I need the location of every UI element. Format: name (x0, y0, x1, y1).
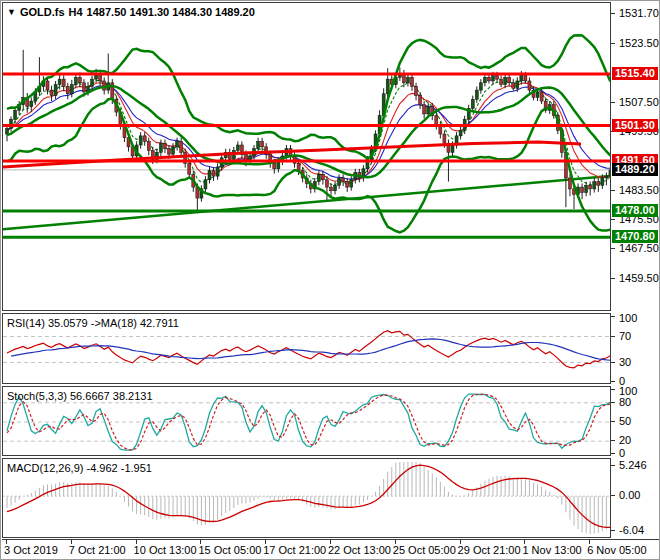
candle-up (338, 178, 341, 185)
candle-up (427, 107, 430, 114)
candle-down (524, 75, 527, 80)
candle-down (512, 83, 515, 88)
price-tick-label: 1467.50 (619, 242, 659, 254)
candle-down (82, 83, 85, 92)
stoch-tick-mark (611, 389, 615, 390)
price-tick-mark (611, 219, 615, 220)
candle-up (471, 99, 474, 108)
candle-down (261, 141, 264, 146)
price-badge-1470.80: 1470.80 (612, 230, 658, 243)
macd-tick-mark (611, 495, 615, 496)
rsi-tick-mark (611, 316, 615, 317)
candle-down (321, 174, 324, 179)
candle-up (317, 174, 320, 181)
rsi-canvas[interactable] (3, 314, 610, 383)
main-price-chart[interactable]: ▼ GOLD.fs H4 1487.50 1491.30 1484.30 148… (2, 2, 611, 311)
price-tick-label: 1523.50 (619, 37, 659, 49)
candle-up (350, 180, 353, 187)
candle-up (609, 170, 610, 176)
candle-up (176, 141, 179, 146)
stochastic-canvas[interactable] (3, 387, 610, 455)
candle-up (74, 77, 77, 84)
time-label: 10 Oct 13:00 (134, 544, 197, 556)
time-axis[interactable]: 3 Oct 20197 Oct 21:0010 Oct 13:0015 Oct … (2, 539, 660, 560)
candle-up (601, 178, 604, 185)
candle-down (435, 116, 438, 125)
candle-down (581, 187, 584, 192)
price-axis[interactable]: 1531.701523.501507.501499.501483.501475.… (611, 2, 660, 311)
macd-tick-mark (611, 530, 615, 531)
time-label: 1 Nov 13:00 (522, 544, 581, 556)
symbol-dropdown-icon[interactable]: ▼ (7, 7, 16, 17)
candle-up (54, 85, 57, 96)
candle-up (451, 145, 454, 152)
rsi-axis[interactable]: 10070300 (611, 313, 660, 384)
candle-down (143, 136, 146, 141)
ohlc-readout: 1487.50 1491.30 1484.30 1489.20 (87, 6, 255, 18)
candle-down (415, 86, 418, 95)
price-badge-1478.00: 1478.00 (612, 204, 658, 217)
bollinger-middle-band (7, 86, 610, 177)
price-tick-mark (611, 248, 615, 249)
symbol-label: GOLD.fs (20, 6, 65, 18)
candle-up (216, 167, 219, 176)
rsi-tick-mark (611, 362, 615, 363)
candle-up (593, 182, 596, 189)
price-tick-label: 1483.50 (619, 184, 659, 196)
macd-tick-label: 0.00 (619, 489, 640, 501)
candle-down (423, 105, 426, 114)
candle-up (520, 75, 523, 80)
price-tick-mark (611, 190, 615, 191)
candle-up (159, 143, 162, 152)
stoch-tick-label: 80 (619, 396, 631, 408)
stoch-tick-label: 50 (619, 415, 631, 427)
stochastic-axis[interactable]: 1008050200 (611, 386, 660, 456)
candle-down (147, 141, 150, 150)
candle-up (475, 90, 478, 99)
time-label: 3 Oct 2019 (4, 544, 58, 556)
stoch-tick-mark (611, 421, 615, 422)
rsi-tick-mark (611, 336, 615, 337)
candle-down (46, 81, 49, 90)
price-badge-1501.30: 1501.30 (612, 119, 658, 132)
stoch-tick-mark (611, 453, 615, 454)
price-tick-label: 1507.50 (619, 96, 659, 108)
time-label: 29 Oct 21:00 (458, 544, 521, 556)
candle-up (406, 77, 409, 82)
candle-down (528, 81, 531, 90)
candle-up (536, 92, 539, 97)
candle-down (180, 141, 183, 152)
price-tick-mark (611, 278, 615, 279)
candle-up (30, 101, 33, 106)
candle-up (334, 185, 337, 190)
candle-up (492, 75, 495, 80)
timeframe-label: H4 (69, 6, 83, 18)
candle-down (419, 96, 422, 105)
candle-down (212, 171, 215, 176)
stoch-tick-mark (611, 440, 615, 441)
candle-down (342, 178, 345, 182)
candle-down (103, 81, 106, 90)
candle-up (10, 119, 13, 128)
candle-down (411, 77, 414, 86)
candle-down (568, 178, 571, 189)
candle-up (585, 185, 588, 192)
chart-title-row: ▼ GOLD.fs H4 1487.50 1491.30 1484.30 148… (7, 6, 255, 18)
candle-up (479, 83, 482, 90)
price-chart-canvas[interactable] (3, 3, 610, 310)
candle-up (504, 77, 507, 84)
candle-down (508, 77, 511, 82)
ema-9-line (7, 83, 610, 182)
candle-up (386, 79, 389, 94)
price-tick-mark (611, 13, 615, 14)
candle-down (443, 134, 446, 143)
macd-axis[interactable]: 5.2460.00-6.04 (611, 458, 660, 538)
macd-canvas[interactable] (3, 459, 610, 537)
price-tick-mark (611, 102, 615, 103)
candle-up (208, 171, 211, 180)
stochastic-panel[interactable]: Stoch(5,3,3) 56.6667 38.2131 (2, 386, 611, 456)
macd-panel[interactable]: MACD(12,26,9) -4.962 -1.951 (2, 458, 611, 538)
rsi-panel[interactable]: RSI(14) 35.0579 ->MA(18) 42.7911 (2, 313, 611, 384)
candle-up (605, 176, 608, 178)
price-tick-label: 1459.50 (619, 272, 659, 284)
